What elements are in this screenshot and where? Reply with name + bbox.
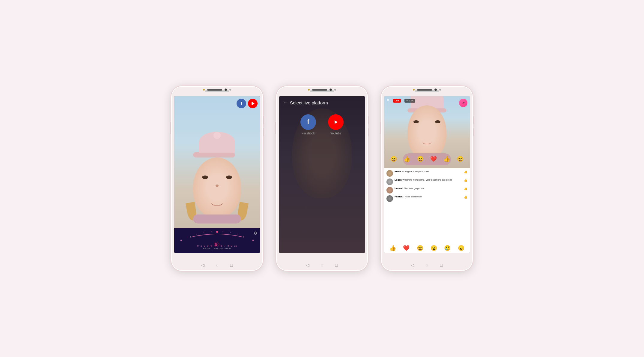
reaction-haha-3: 😆 (457, 156, 464, 162)
nav-bar-1: ◁ ○ □ (171, 262, 263, 268)
comment-row-patrick: Patrick This is awesome! 👍 (386, 195, 467, 202)
power-button-3[interactable] (380, 122, 381, 134)
volume-down-button-3[interactable] (473, 128, 474, 136)
home-nav-3[interactable]: ○ (424, 262, 430, 268)
reaction-haha: 😆 (390, 156, 397, 162)
reactions-bar: 👍 ❤️ 😆 😮 😢 😠 (384, 243, 470, 253)
facebook-button[interactable]: f (237, 99, 246, 108)
reaction-bar-haha[interactable]: 😆 (417, 245, 423, 251)
youtube-play-icon (335, 120, 338, 124)
volume-up-button-2[interactable] (368, 116, 369, 124)
power-button-2[interactable] (275, 122, 276, 134)
hat (199, 132, 235, 153)
phones-container: f ⚙ (171, 86, 473, 272)
s3-face (407, 105, 446, 159)
facebook-option[interactable]: f Facebook (300, 114, 316, 135)
home-nav-2[interactable]: ○ (319, 262, 325, 268)
recent-nav-3[interactable]: □ (439, 262, 444, 268)
nav-bar-2: ◁ ○ □ (276, 262, 368, 268)
avatar-elena (386, 170, 393, 177)
comment-text-logan: Logan Watching from home, your questions… (395, 178, 462, 181)
recent-nav-2[interactable]: □ (334, 262, 339, 268)
screen-2: ← Select live platform f Facebook (279, 96, 365, 253)
sensor (229, 89, 231, 91)
dial-4: 4 (210, 244, 212, 247)
dial-5-active[interactable]: 5 (214, 242, 219, 247)
youtube-option[interactable]: Youtube (328, 114, 344, 135)
volume-down-button-2[interactable] (368, 128, 369, 136)
sensor-2 (334, 89, 336, 91)
like-hannah[interactable]: 👍 (464, 187, 467, 190)
share-circle-button[interactable]: ↗ (459, 99, 467, 107)
platform-icons: f (237, 99, 258, 108)
comments-section: Elena Hi Angela, love your show 👍 Logan … (384, 168, 470, 243)
settings-gear[interactable]: ⚙ (254, 231, 258, 236)
dial-10: 10 (234, 244, 237, 247)
comment-user-patrick: Patrick (395, 195, 403, 198)
recent-nav[interactable]: □ (229, 262, 234, 268)
avatar-hannah (386, 187, 393, 194)
speaker-2 (312, 89, 327, 91)
close-live-button[interactable]: ✕ (386, 98, 389, 102)
nav-bar-3: ◁ ○ □ (381, 262, 473, 268)
avatar-logan (386, 178, 393, 185)
like-patrick[interactable]: 👍 (464, 195, 467, 199)
eye-icon: 👁 (406, 99, 408, 102)
volume-up-button-3[interactable] (473, 116, 474, 124)
phone-2: ← Select live platform f Facebook (276, 86, 368, 272)
back-nav[interactable]: ◁ (200, 262, 205, 268)
volume-up-button[interactable] (263, 116, 264, 124)
speaker (207, 89, 222, 91)
comment-row-hannah: Hannah You look gorgeous 👍 (386, 187, 467, 194)
phone-1: f ⚙ (171, 86, 264, 272)
speaker-3 (417, 89, 432, 91)
comment-text-patrick: Patrick This is awesome! (395, 195, 462, 198)
dial-8: 8 (228, 244, 229, 247)
dial-arrows: ◂ ▸ (177, 238, 257, 242)
power-button[interactable] (170, 122, 171, 134)
comment-row-logan: Logan Watching from home, your questions… (386, 178, 467, 185)
svg-line-8 (237, 234, 238, 235)
front-camera-3 (434, 88, 437, 91)
back-nav-2[interactable]: ◁ (305, 262, 310, 268)
like-elena[interactable]: 👍 (464, 170, 467, 173)
back-arrow-icon[interactable]: ← (283, 100, 288, 105)
brand-label: ASUS | Beauty Level (177, 247, 257, 250)
comment-user-hannah: Hannah (395, 187, 403, 190)
reaction-like-1: 👍 (404, 156, 410, 162)
dial-arc (187, 231, 247, 238)
youtube-button[interactable] (248, 99, 258, 108)
face (193, 158, 241, 218)
back-nav-3[interactable]: ◁ (410, 262, 415, 268)
reaction-bar-wow[interactable]: 😮 (431, 245, 437, 251)
youtube-circle[interactable] (328, 114, 344, 130)
svg-line-7 (230, 232, 231, 233)
reaction-bar-like[interactable]: 👍 (389, 245, 396, 251)
like-logan[interactable]: 👍 (464, 178, 467, 182)
dial-0: 0 (197, 244, 198, 247)
dial-3: 3 (207, 244, 208, 247)
reaction-haha-2: 😆 (417, 156, 424, 162)
camera-preview: f ⚙ (174, 96, 260, 253)
reaction-bar-sad[interactable]: 😢 (444, 245, 451, 251)
select-platform-header: ← Select live platform (283, 100, 328, 105)
facebook-circle[interactable]: f (300, 114, 316, 130)
front-camera (225, 88, 227, 91)
facebook-label: Facebook (302, 132, 315, 135)
beauty-panel: ⚙ (174, 228, 260, 253)
hat-brim (193, 152, 235, 158)
home-nav[interactable]: ○ (214, 262, 220, 268)
comment-user-elena: Elena (395, 170, 401, 173)
svg-line-3 (204, 232, 204, 233)
yt-play-icon (252, 102, 255, 105)
sensor-3 (439, 89, 441, 91)
reaction-bar-angry[interactable]: 😠 (458, 245, 464, 251)
dial-6: 6 (221, 244, 222, 247)
reaction-bar-heart[interactable]: ❤️ (403, 245, 410, 251)
volume-down-button[interactable] (263, 128, 264, 136)
reaction-like-2: 👍 (443, 156, 450, 162)
beauty-dial: 0 1 2 3 4 5 6 7 8 9 10 (177, 242, 257, 247)
live-badge: Live (393, 99, 401, 103)
svg-line-6 (222, 231, 223, 232)
live-facebook-screen: ✕ Live 👁 3.5K ••• ↗ 😆 👍 😆 (384, 96, 470, 253)
